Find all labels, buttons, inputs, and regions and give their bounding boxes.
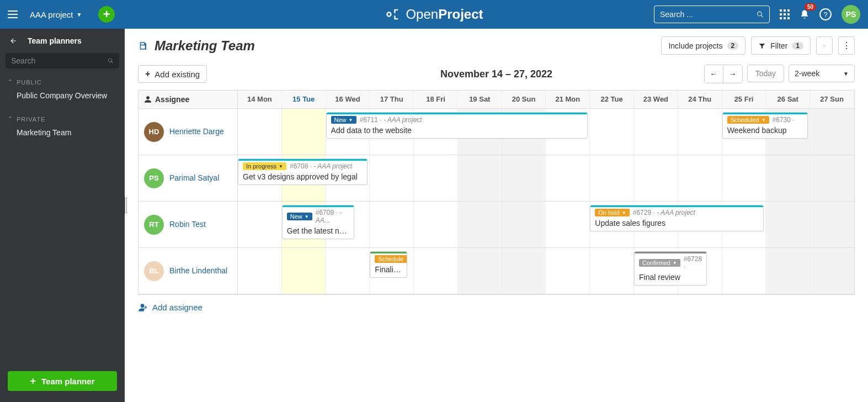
work-package-card[interactable]: New ▼#6711 · - AAA projectAdd data to th…	[326, 112, 588, 139]
sidebar-resize-handle[interactable]	[122, 194, 127, 216]
day-cell[interactable]	[766, 202, 810, 247]
status-chip[interactable]: New ▼	[287, 213, 312, 220]
day-cell[interactable]	[282, 109, 326, 155]
save-icon[interactable]	[138, 41, 148, 51]
nav-arrows: ← →	[704, 65, 743, 83]
sidebar-group-private[interactable]: ⌃ PRIVATE	[0, 115, 125, 123]
day-cell[interactable]	[370, 155, 414, 201]
create-team-planner-button[interactable]: + Team planner	[8, 371, 117, 391]
day-cell[interactable]	[590, 109, 634, 155]
day-cell[interactable]	[766, 155, 810, 201]
work-package-meta: #6708 · - AAA project	[290, 162, 352, 170]
day-cell[interactable]	[546, 155, 590, 201]
global-search[interactable]	[654, 6, 770, 23]
day-cell[interactable]	[414, 248, 458, 294]
day-cell[interactable]	[810, 248, 854, 294]
avatar[interactable]: HD	[144, 122, 164, 142]
chevron-down-icon: ▼	[673, 261, 677, 266]
sidebar-back[interactable]: Team planners	[0, 29, 125, 53]
day-cell[interactable]	[370, 202, 414, 247]
notifications-icon[interactable]: 50	[800, 9, 810, 20]
work-package-card[interactable]: In progress ▼#6708 · - AAA projectGet v3…	[238, 158, 368, 185]
work-package-card[interactable]: On hold ▼#6729 · - AAA projectUpdate sal…	[590, 205, 764, 231]
avatar[interactable]: PS	[144, 168, 164, 188]
day-cell[interactable]	[678, 109, 722, 155]
day-cell[interactable]	[634, 155, 678, 201]
day-cell[interactable]	[766, 248, 810, 294]
day-cell[interactable]	[458, 155, 502, 201]
add-assignee-button[interactable]: Add assignee	[125, 295, 868, 312]
day-cell[interactable]	[590, 248, 634, 294]
day-cell[interactable]	[678, 155, 722, 201]
day-cell[interactable]	[238, 202, 282, 247]
more-button[interactable]: ⋮	[838, 36, 855, 55]
add-existing-button[interactable]: + Add existing	[138, 65, 207, 83]
day-cell[interactable]	[810, 202, 854, 247]
filter-button[interactable]: Filter 1	[751, 36, 811, 55]
kebab-icon: ⋮	[842, 40, 851, 51]
next-button[interactable]: →	[723, 65, 742, 83]
sidebar-item-public-overview[interactable]: Public Company Overview	[0, 86, 125, 105]
sidebar-title: Team planners	[28, 36, 82, 45]
status-chip[interactable]: Scheduled ▼	[727, 116, 769, 124]
day-cell[interactable]	[414, 202, 458, 247]
day-cell[interactable]	[238, 248, 282, 294]
assignee-name[interactable]: Robin Test	[169, 219, 206, 229]
day-cell[interactable]	[502, 202, 546, 247]
work-package-card[interactable]: Scheduled ▼#6730 ·Weekend backup	[722, 112, 808, 139]
days-area[interactable]: New ▼#6709 · - AA...Get the latest numb.…	[238, 202, 854, 247]
day-cell[interactable]	[546, 248, 590, 294]
avatar[interactable]: RT	[144, 215, 164, 235]
day-cell[interactable]	[458, 202, 502, 247]
day-cell[interactable]	[326, 248, 370, 294]
chevron-up-icon: ⌃	[8, 115, 13, 123]
day-cell[interactable]	[722, 248, 766, 294]
project-selector[interactable]: AAA project ▼	[30, 10, 82, 19]
sidebar-search[interactable]	[6, 53, 119, 68]
day-cell[interactable]	[502, 248, 546, 294]
days-area[interactable]: New ▼#6711 · - AAA projectAdd data to th…	[238, 109, 854, 155]
status-chip[interactable]: On hold ▼	[595, 209, 629, 216]
assignee-name[interactable]: Parimal Satyal	[169, 173, 219, 183]
fullscreen-button[interactable]	[816, 36, 833, 55]
help-icon[interactable]: ?	[819, 8, 832, 20]
day-cell[interactable]	[634, 109, 678, 155]
days-area[interactable]: In progress ▼#6708 · - AAA projectGet v3…	[238, 155, 854, 201]
day-cell[interactable]	[590, 155, 634, 201]
sidebar-group-public[interactable]: ⌃ PUBLIC	[0, 78, 125, 86]
day-cell[interactable]	[282, 248, 326, 294]
day-cell[interactable]	[722, 155, 766, 201]
today-button[interactable]: Today	[747, 65, 784, 82]
assignee-cell: RTRobin Test	[139, 202, 238, 247]
day-cell[interactable]	[238, 109, 282, 155]
sidebar-item-marketing-team[interactable]: Marketing Team	[0, 123, 125, 142]
work-package-card[interactable]: Confirmed ▼#6728 ·Final review	[634, 251, 707, 285]
day-cell[interactable]	[458, 248, 502, 294]
toolbar: Marketing Team Include projects 2 Filter…	[125, 29, 868, 62]
status-chip[interactable]: Schedule ▼	[375, 255, 407, 263]
work-package-card[interactable]: New ▼#6709 · - AA...Get the latest numb.…	[282, 205, 355, 239]
status-chip[interactable]: In progress ▼	[243, 162, 286, 170]
work-package-card[interactable]: Schedule ▼Finalise c	[370, 251, 407, 278]
prev-button[interactable]: ←	[705, 65, 723, 83]
day-cell[interactable]	[810, 155, 854, 201]
status-chip[interactable]: New ▼	[331, 116, 356, 124]
assignee-name[interactable]: Henriette Darge	[169, 126, 224, 136]
view-selector[interactable]: 2-week ▼	[789, 65, 855, 82]
day-cell[interactable]	[546, 202, 590, 247]
day-cell[interactable]	[502, 155, 546, 201]
avatar[interactable]: BL	[144, 261, 164, 281]
user-avatar[interactable]: PS	[842, 5, 860, 24]
search-input[interactable]	[660, 10, 757, 19]
apps-icon[interactable]	[780, 9, 790, 19]
create-button[interactable]: +	[98, 6, 115, 23]
day-cell[interactable]	[810, 109, 854, 155]
sidebar-search-input[interactable]	[11, 56, 108, 65]
assignee-name[interactable]: Birthe Lindenthal	[169, 266, 227, 276]
day-cell[interactable]	[414, 155, 458, 201]
days-area[interactable]: Schedule ▼Finalise cConfirmed ▼#6728 ·Fi…	[238, 248, 854, 294]
status-chip[interactable]: Confirmed ▼	[639, 259, 680, 267]
menu-icon[interactable]	[8, 10, 18, 18]
top-header: AAA project ▼ + OpenProject 50 ? PS	[0, 0, 868, 29]
include-projects-button[interactable]: Include projects 2	[661, 36, 745, 55]
